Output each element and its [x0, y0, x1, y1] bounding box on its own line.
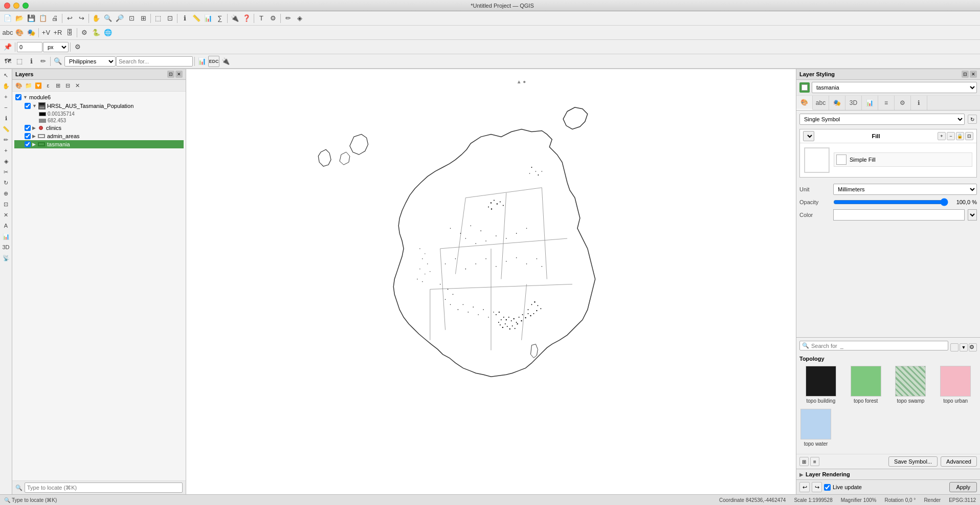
browser-icon[interactable]: 🌐 — [102, 27, 114, 38]
symbol-preview-btns[interactable]: + − 🔒 ⊡ — [938, 132, 973, 140]
style-tab-diagrams[interactable]: 📊 — [862, 96, 878, 110]
digitize-icon[interactable]: ✏ — [282, 13, 294, 24]
open-layer-styler-btn[interactable]: 🎨 — [14, 81, 24, 90]
zoom-in-icon[interactable]: 🔍 — [102, 13, 114, 24]
panel-close-btn[interactable]: ✕ — [175, 71, 183, 78]
layer-checkbox-tasmania[interactable] — [25, 141, 31, 147]
layer-group-header-module6[interactable]: ▼ module6 — [14, 93, 184, 101]
styling-float-btn[interactable]: ⊡ — [962, 71, 969, 78]
symbol-layer-item-simplefill[interactable]: Simple Fill — [834, 152, 972, 167]
live-update-checkbox-row[interactable]: Live update — [824, 484, 862, 491]
style-action-btns[interactable]: Save Symbol... Advanced — [888, 456, 977, 467]
filter-expression-btn[interactable]: ε — [43, 81, 53, 90]
rotate-tool[interactable]: ↻ — [1, 178, 11, 188]
topo-item-forest[interactable]: topo forest — [844, 365, 887, 405]
edit-features-icon[interactable]: ✏ — [37, 56, 49, 67]
topo-item-urban[interactable]: topo urban — [934, 365, 977, 405]
copy-tool[interactable]: ⊡ — [1, 199, 11, 209]
python-icon[interactable]: 🐍 — [91, 27, 102, 38]
apply-btn[interactable]: Apply — [949, 482, 977, 492]
group-checkbox-module6[interactable] — [15, 94, 21, 100]
snapping-options-icon[interactable]: ⚙ — [72, 41, 83, 53]
locate-input[interactable] — [25, 482, 183, 493]
search-input[interactable] — [116, 56, 193, 67]
node-tool[interactable]: ◈ — [1, 156, 11, 166]
style-tab-metadata[interactable]: ℹ — [911, 96, 927, 110]
topo-grid-icon[interactable]: ⊞ — [799, 457, 809, 466]
3d-tool[interactable]: 3D — [1, 242, 11, 252]
color-picker-icon[interactable]: 🎨 — [14, 27, 25, 38]
color-swatch[interactable] — [833, 209, 965, 221]
opacity-slider[interactable] — [833, 198, 948, 206]
layer-item-hrsl[interactable]: ▼ HRSL_AUS_Tasmania_Population — [14, 101, 184, 111]
lock-symbol-layer-btn[interactable]: 🔒 — [956, 132, 964, 140]
topology-header-btns[interactable]: ▼ ⚙ — [950, 343, 977, 352]
add-vector-icon[interactable]: +V — [40, 27, 52, 38]
new-project-icon[interactable]: 📄 — [2, 13, 13, 24]
symbol-random-icon[interactable]: ↻ — [968, 115, 977, 124]
undo-icon[interactable]: ↩ — [64, 13, 75, 24]
label-icon[interactable]: abc — [2, 27, 13, 38]
unit-select[interactable]: Millimeters — [833, 184, 977, 195]
topo-item-building[interactable]: topo building — [799, 365, 842, 405]
layer-rendering-row[interactable]: ▶ Layer Rendering — [796, 469, 980, 479]
add-raster-icon[interactable]: +R — [52, 27, 63, 38]
open-project-icon[interactable]: 📂 — [14, 13, 25, 24]
styling-panel-controls[interactable]: ⊡ ✕ — [962, 71, 977, 78]
identify-icon[interactable]: ℹ — [179, 13, 190, 24]
pan-icon[interactable]: ✋ — [91, 13, 102, 24]
dup-symbol-layer-btn[interactable]: ⊡ — [965, 132, 973, 140]
remove-layer-btn[interactable]: ✕ — [73, 81, 82, 90]
undo-redo-row[interactable]: ↩ ↪ — [799, 482, 822, 492]
style-tab-fields[interactable]: ≡ — [878, 96, 895, 110]
add-group-btn[interactable]: 📁 — [24, 81, 33, 90]
split-tool[interactable]: ✂ — [1, 167, 11, 177]
topology-menu-btn[interactable]: ▼ — [960, 343, 968, 352]
edc-icon[interactable]: EDC — [208, 56, 219, 67]
node-tool-icon[interactable]: ◈ — [294, 13, 305, 24]
save-project-icon[interactable]: 💾 — [26, 13, 37, 24]
label-tool[interactable]: A — [1, 221, 11, 231]
redo-icon[interactable]: ↪ — [76, 13, 87, 24]
plugins-icon[interactable]: 🔌 — [229, 13, 240, 24]
zoom-in-tool[interactable]: + — [1, 92, 11, 102]
add-db-icon[interactable]: 🗄 — [64, 27, 75, 38]
add-feature-tool[interactable]: + — [1, 145, 11, 156]
style-redo-btn[interactable]: ↪ — [812, 482, 822, 492]
topo-item-swamp[interactable]: topo swamp — [889, 365, 932, 405]
topo-icons[interactable]: ⊞ ≡ — [799, 457, 819, 466]
style-tab-rendering[interactable]: ⚙ — [895, 96, 911, 110]
style-tab-symbology[interactable]: 🎨 — [796, 96, 813, 110]
zoom-out-icon[interactable]: 🔎 — [114, 13, 125, 24]
settings-icon[interactable]: ⚙ — [268, 13, 279, 24]
layer-select-dropdown[interactable]: tasmania — [812, 82, 977, 93]
print-icon[interactable]: 🖨 — [49, 13, 60, 24]
deselect-icon[interactable]: ⊡ — [164, 13, 175, 24]
selection-icon[interactable]: ⬚ — [14, 56, 25, 67]
measure-tool[interactable]: 📏 — [1, 124, 11, 134]
identify2-icon[interactable]: ℹ — [26, 56, 37, 67]
layer-diagram-icon[interactable]: 📊 — [196, 56, 208, 67]
layer-checkbox-clinics[interactable] — [25, 125, 31, 131]
save-symbol-btn[interactable]: Save Symbol... — [888, 456, 938, 467]
move-tool[interactable]: ⊕ — [1, 188, 11, 199]
style-undo-btn[interactable]: ↩ — [799, 482, 810, 492]
remove-symbol-layer-btn[interactable]: − — [947, 132, 955, 140]
collapse-all-btn[interactable]: ⊟ — [63, 81, 72, 90]
add-symbol-layer-btn[interactable]: + — [938, 132, 946, 140]
zoom-full-icon[interactable]: ⊡ — [126, 13, 137, 24]
plugin2-icon[interactable]: 🔌 — [220, 56, 231, 67]
filter-layers-btn[interactable]: 🔽 — [34, 81, 43, 90]
advanced-btn[interactable]: Advanced — [941, 456, 977, 467]
zoom-out-tool[interactable]: − — [1, 102, 11, 113]
window-controls[interactable] — [4, 3, 29, 9]
help-icon[interactable]: ❓ — [241, 13, 252, 24]
panel-header-buttons[interactable]: ⊡ ✕ — [167, 71, 183, 78]
select-icon[interactable]: ⬚ — [152, 13, 164, 24]
style-tab-labels[interactable]: abc — [813, 96, 829, 110]
attribute-table-icon[interactable]: 📊 — [203, 13, 214, 24]
panel-float-btn[interactable]: ⊡ — [167, 71, 174, 78]
coordinate-system-select[interactable]: Philippines — [64, 56, 116, 67]
close-button[interactable] — [4, 3, 10, 9]
style-manager-icon[interactable]: 🎭 — [26, 27, 37, 38]
